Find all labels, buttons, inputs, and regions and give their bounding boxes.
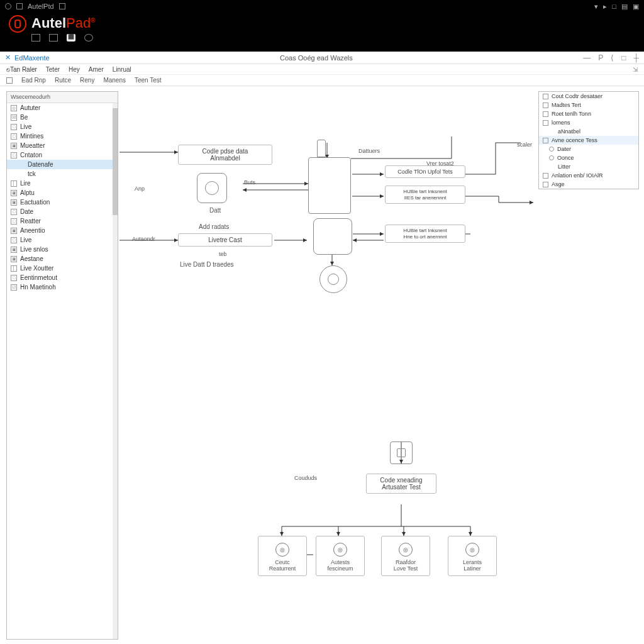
chevron-down-icon[interactable]: ▾ [594,3,598,11]
home-icon[interactable] [31,34,40,42]
menu-extra-icon[interactable]: ⇲ [633,66,638,73]
menu-bar: ⎋Tan Raler Teter Hey Amer Linrual ⇲ [0,64,644,75]
chevron-right-icon[interactable]: ▸ [603,3,607,11]
node3-l2: Artusater Test [370,484,432,491]
tb-3[interactable]: Manens [103,77,126,84]
tree-item-4[interactable]: ▣Mueatter [7,141,118,150]
tree-item-icon: □ [11,275,17,281]
rp-item-4[interactable]: aNnatbel [539,127,638,136]
os-icon [5,3,11,9]
b3t: Raafdor [383,559,428,565]
bnode-2[interactable]: ◎ Autests fescineum [316,536,365,576]
tree-item-8[interactable]: │Lire [7,179,118,188]
p-icon[interactable]: P [598,53,603,62]
tree-item-2[interactable]: □Live [7,122,118,131]
rp-item-0[interactable]: Cout Codtr desataer [539,92,638,101]
tree-item-10[interactable]: ▣Eactuation [7,197,118,207]
maximize-icon[interactable]: □ [621,53,626,62]
node-code-data[interactable]: Codle pdse data Alnmabdel [178,145,272,165]
tree-item-17[interactable]: │Live Xoutter [7,264,118,273]
left-tree[interactable]: ◎Aututer☒Be□Live□Mintines▣Mueatter□Cntat… [7,103,118,639]
diagram-canvas[interactable]: Cout Codtr desataerMadtes TertRoet tenlh… [118,86,644,640]
top-device-icon [390,441,413,464]
right-inspector-panel: Cout Codtr desataerMadtes TertRoet tenlh… [538,91,639,189]
tree-item-0[interactable]: ◎Aututer [7,103,118,113]
bnode2-icon: ◎ [333,543,347,557]
tree-item-icon: ▣ [11,190,17,196]
tree-item-5[interactable]: □Cntaton [7,150,118,160]
minimize-icon[interactable]: — [583,53,591,62]
workspace: Wsecemeodurh ◎Aututer☒Be□Live□Mintines▣M… [0,86,644,640]
tb-icon[interactable] [6,77,13,84]
bnode-4[interactable]: ◎ Lerants Latiner [448,536,497,576]
tree-item-18[interactable]: □Eentinmetout [7,273,118,282]
rp-item-icon [543,138,548,143]
tree-item-icon: │ [11,265,17,272]
tree-item-label: Live snlos [20,246,48,253]
settings-icon[interactable] [84,34,93,42]
node-actuator[interactable]: Code xneading Artusater Test [366,474,436,494]
tree-item-label: Alptu [20,189,35,196]
rp-item-2[interactable]: Roet tenlh Tonn [539,109,638,118]
tree-item-label: Live Xoutter [20,265,53,272]
tree-item-12[interactable]: □Reatter [7,216,118,226]
rp-item-9[interactable]: Anlation enb/ IOIAlR [539,171,638,180]
menu-3[interactable]: Amer [89,66,104,73]
bnode-3[interactable]: ◎ Raafdor Love Test [381,536,430,576]
brand-sup: ® [91,17,95,24]
tree-item-label: Cntaton [20,152,42,158]
rp-item-icon [543,94,548,99]
tree-item-9[interactable]: ▣Alptu [7,188,118,197]
tb-4[interactable]: Teen Test [135,77,162,84]
restore-icon[interactable]: ⟨ [611,53,614,62]
tree-item-19[interactable]: ☑Hn Maetinoh [7,282,118,292]
rp-item-6[interactable]: Dater [539,145,638,153]
rp-item-10[interactable]: Asge [539,180,638,189]
tb-2[interactable]: Reny [80,77,94,84]
tree-scroll-thumb[interactable] [113,108,118,215]
rp-item-5[interactable]: Avne ocence Tess [539,136,638,145]
lbl-couda: Coududs [294,475,317,481]
layout-icon[interactable]: ▤ [621,3,628,11]
menu-1[interactable]: Teter [46,66,60,73]
tree-item-16[interactable]: ▣Aestane [7,254,118,264]
tree-item-6[interactable]: Datenafe [7,160,118,169]
doc-icon[interactable] [49,34,58,42]
plate3a: HUBle tart Inksnent [389,228,461,234]
tree-item-icon: ▣ [11,199,17,206]
plate-2[interactable]: HUBle tart Inksnent IIES tar anenennnt [385,186,465,204]
tree-item-3[interactable]: □Mintines [7,131,118,141]
brand-toolbar: ⬛ [31,34,96,42]
b4t: Lerants [450,559,495,565]
tree-item-7[interactable]: tck [7,169,118,179]
node-live-cast[interactable]: Livetre Cast [178,233,272,247]
bnode-1[interactable]: ◎ Ceutc Reaturrent [258,536,307,576]
tree-item-11[interactable]: □Date [7,207,118,216]
plate-3[interactable]: HUBle tart Inksnent Hne to ort anernnnt [385,225,465,243]
save-icon[interactable]: □ [612,3,616,11]
rp-item-7[interactable]: Oonce [539,153,638,162]
tree-item-15[interactable]: ▣Live snlos [7,245,118,254]
menu-0[interactable]: ⎋Tan Raler [6,66,37,73]
tree-item-label: Hn Maetinoh [20,284,56,291]
brand-bar: AutelPad® ⬛ [0,13,644,52]
layout2-icon[interactable]: ▣ [633,3,639,11]
rp-item-8[interactable]: Litter [539,162,638,171]
rp-item-icon [543,111,548,117]
tree-item-13[interactable]: ▣Aneentio [7,226,118,235]
tree-item-label: Mueatter [20,142,45,149]
plate-1[interactable]: Codle TlOn Upfol Tets [385,165,465,178]
menu-4[interactable]: Linrual [113,66,131,73]
tree-item-14[interactable]: □Live [7,235,118,245]
tree-item-1[interactable]: ☒Be [7,113,118,122]
tree-scrollbar[interactable] [113,103,118,639]
tb-1[interactable]: Rutce [55,77,71,84]
close-icon[interactable]: ┼ [633,53,639,62]
tb-0[interactable]: Ead Rnp [21,77,46,84]
badge-icon[interactable]: ⬛ [67,34,75,42]
pump-icon [319,265,347,293]
rp-item-3[interactable]: lornens [539,118,638,127]
menu-2[interactable]: Hey [69,66,80,73]
os-icon-2 [16,3,23,9]
rp-item-1[interactable]: Madtes Tert [539,101,638,109]
